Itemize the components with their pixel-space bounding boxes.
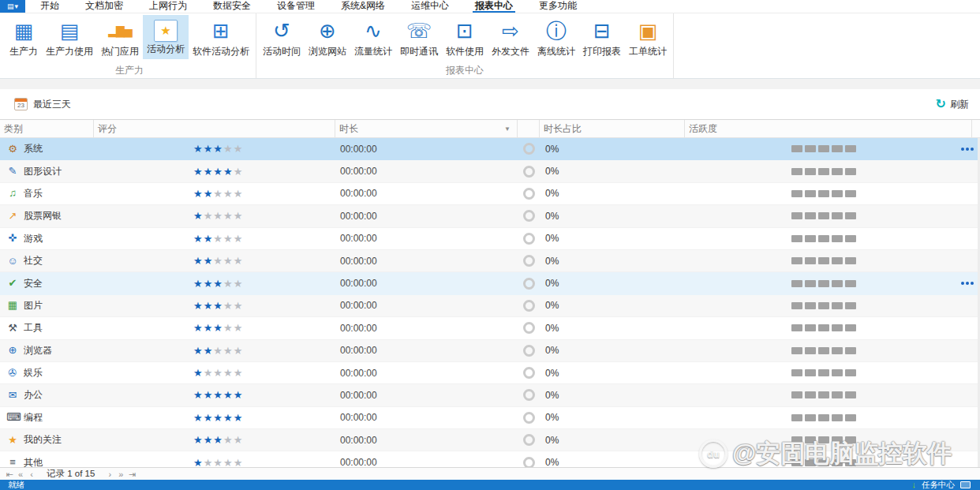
row-menu-button[interactable] — [961, 282, 974, 285]
next-page-button[interactable]: › — [104, 469, 115, 480]
table-row[interactable]: ✉办公★★★★★00:00:000% — [0, 384, 978, 406]
star-icon: ★ — [193, 188, 204, 200]
menu-tab-ops-center[interactable]: 运维中心 — [409, 0, 451, 13]
progress-ring-cell — [518, 188, 540, 200]
microphone-icon: ✇ — [6, 367, 19, 380]
activity-bar — [832, 257, 843, 264]
table-row[interactable]: ⌨编程★★★★★00:00:000% — [0, 407, 978, 429]
activity-bar — [818, 212, 829, 219]
table-row[interactable]: ▦图片★★★★★00:00:000% — [0, 295, 978, 317]
table-row[interactable]: ✎图形设计★★★★★00:00:000% — [0, 160, 978, 182]
ribbon-button-traffic-stats[interactable]: ∿流量统计 — [350, 15, 396, 62]
table-row[interactable]: ≡其他★★★★★00:00:000% — [0, 451, 978, 467]
task-center-button[interactable]: ↓ 任务中心 — [912, 480, 971, 490]
table-row[interactable]: ✔安全★★★★★00:00:000% — [0, 272, 978, 294]
table-row[interactable]: ★我的关注★★★★★00:00:000% — [0, 429, 978, 451]
app-menu-button[interactable]: ▤▾ — [0, 0, 25, 13]
column-header-act[interactable]: 活跃度 — [685, 120, 972, 137]
activity-bar — [805, 235, 816, 242]
column-header-cat[interactable]: 类别 — [0, 120, 94, 137]
column-header-rating[interactable]: 评分 — [94, 120, 335, 137]
activity-cell — [685, 324, 972, 331]
activity-bar — [805, 302, 816, 309]
activity-bar — [805, 459, 816, 466]
prev-page-button[interactable]: ‹ — [26, 469, 37, 480]
activity-cell — [685, 369, 972, 376]
table-header: 类别评分时长▼时长占比活跃度 — [0, 119, 980, 138]
table-row[interactable]: ↗股票网银★★★★★00:00:000% — [0, 205, 978, 227]
table-row[interactable]: ✇娱乐★★★★★00:00:000% — [0, 362, 978, 384]
table-row[interactable]: ☺社交★★★★★00:00:000% — [0, 250, 978, 272]
star-icon: ★ — [234, 255, 244, 267]
menu-tab-report-center[interactable]: 报表中心 — [473, 0, 515, 13]
star-icon: ★ — [213, 233, 223, 245]
rating-cell: ★★★★★ — [94, 143, 335, 155]
date-range-filter[interactable]: 23 最近三天 — [14, 98, 71, 111]
last-page-button[interactable]: ⇥ — [126, 469, 137, 480]
star-icon: ★ — [213, 367, 223, 379]
ribbon-button-instant-messaging[interactable]: ☏即时通讯 — [396, 15, 442, 62]
row-menu-button[interactable] — [961, 148, 974, 151]
star-icon: ★ — [223, 412, 234, 424]
rating-cell: ★★★★★ — [94, 412, 335, 424]
progress-ring-icon — [523, 278, 535, 290]
star-icon: ★ — [213, 166, 223, 178]
ribbon-button-outgoing-files[interactable]: ⇨外发文件 — [488, 15, 533, 62]
star-icon: ★ — [223, 300, 234, 312]
menu-tab-system-network[interactable]: 系统&网络 — [339, 0, 387, 13]
activity-bar — [805, 369, 816, 376]
percent-cell: 0% — [540, 211, 685, 222]
ribbon-button-label: 离线统计 — [537, 45, 575, 58]
table-row[interactable]: ✜游戏★★★★★00:00:000% — [0, 228, 978, 250]
ribbon-button-activity-analysis[interactable]: ★活动分析 — [143, 15, 189, 59]
sort-dropdown-icon[interactable]: ▼ — [504, 125, 517, 133]
ribbon-button-software-usage[interactable]: ⊡软件使用 — [442, 15, 488, 62]
category-label: 系统 — [24, 142, 43, 155]
fast-prev-button[interactable]: « — [15, 469, 26, 480]
column-header-pct[interactable]: 时长占比 — [540, 120, 685, 137]
menu-tab-data-security[interactable]: 数据安全 — [211, 0, 253, 13]
ribbon-button-productivity[interactable]: ▦生产力 — [6, 15, 42, 62]
star-icon: ★ — [213, 322, 223, 334]
table-row[interactable]: ⚒工具★★★★★00:00:000% — [0, 317, 978, 339]
table-row[interactable]: ⊕浏览器★★★★★00:00:000% — [0, 340, 978, 362]
duration-cell: 00:00:00 — [335, 188, 518, 199]
table-row[interactable]: ⚙系统★★★★★00:00:000% — [0, 138, 978, 160]
progress-ring-icon — [523, 233, 535, 245]
menu-tab-internet-behavior[interactable]: 上网行为 — [147, 0, 189, 13]
menu-tab-doc-encryption[interactable]: 文档加密 — [83, 0, 125, 13]
rating-cell: ★★★★★ — [94, 434, 335, 446]
ribbon-button-activity-time[interactable]: ↺活动时间 — [259, 15, 305, 62]
star-icon: ★ — [213, 300, 223, 312]
ribbon-button-hot-apps[interactable]: ▂▇▅热门应用 — [97, 15, 143, 62]
percent-cell: 0% — [540, 345, 685, 356]
progress-ring-cell — [518, 166, 540, 178]
star-icon: ★ — [223, 143, 234, 155]
activity-bar — [832, 414, 843, 421]
fast-next-button[interactable]: » — [115, 469, 126, 480]
star-icon: ★ — [204, 255, 214, 267]
menu-tab-device-management[interactable]: 设备管理 — [275, 0, 317, 13]
refresh-button[interactable]: ↻ 刷新 — [936, 98, 969, 111]
ribbon-button-worksheet-stats[interactable]: ▣工单统计 — [625, 15, 671, 62]
ribbon-button-software-activity-analysis[interactable]: ⊞软件活动分析 — [189, 15, 253, 62]
column-header-end[interactable] — [972, 120, 980, 137]
menu-tab-more-features[interactable]: 更多功能 — [537, 0, 579, 13]
activity-bar — [818, 459, 829, 466]
activity-bar — [805, 280, 816, 287]
table-row[interactable]: ♫音乐★★★★★00:00:000% — [0, 183, 978, 205]
ribbon-button-browse-websites[interactable]: ⊕浏览网站 — [305, 15, 350, 62]
menu-tab-start[interactable]: 开始 — [38, 0, 62, 13]
column-header-dur[interactable]: 时长▼ — [335, 120, 518, 137]
ribbon-button-print-report[interactable]: ⊟打印报表 — [579, 15, 625, 62]
activity-bar — [805, 145, 816, 152]
ribbon-button-productivity-usage[interactable]: ▤生产力使用 — [42, 15, 97, 62]
star-icon: ★ — [213, 278, 223, 290]
progress-ring-icon — [523, 188, 535, 200]
column-header-ring[interactable] — [518, 120, 540, 137]
first-page-button[interactable]: ⇤ — [4, 469, 15, 480]
activity-bar — [791, 168, 802, 175]
activity-bar — [805, 212, 816, 219]
clipboard-user-icon: ▣ — [638, 17, 658, 44]
ribbon-button-offline-stats[interactable]: ⓘ离线统计 — [533, 15, 579, 62]
